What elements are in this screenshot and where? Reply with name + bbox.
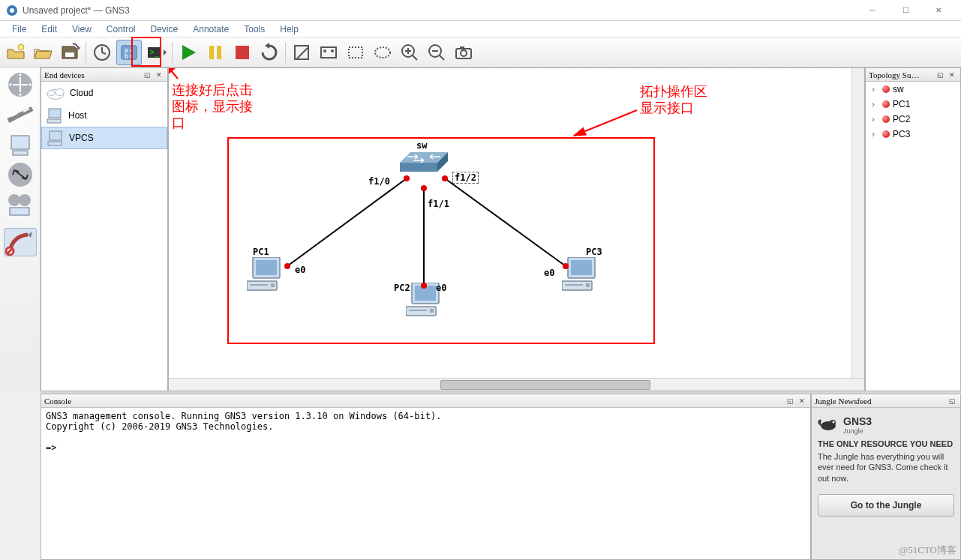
save-project-button[interactable] xyxy=(57,40,83,65)
link-endpoint-dot xyxy=(563,263,569,269)
show-labels-button[interactable] xyxy=(116,40,142,65)
screenshot-button[interactable] xyxy=(451,40,476,65)
insert-image-button[interactable] xyxy=(316,40,341,65)
node-sw-label: sw xyxy=(416,140,427,151)
close-button[interactable]: ✕ xyxy=(922,0,955,21)
menu-annotate[interactable]: Annotate xyxy=(185,22,236,36)
tree-item-sw[interactable]: ›sw xyxy=(866,82,960,97)
stop-all-button[interactable] xyxy=(230,40,255,65)
panel-title: Topology Su… xyxy=(869,70,919,79)
device-label: Host xyxy=(68,110,87,121)
bottom-dock: Console ◱ ✕ GNS3 management console. Run… xyxy=(41,391,961,560)
panel-close-button[interactable]: ✕ xyxy=(154,70,164,79)
zoom-in-button[interactable] xyxy=(397,40,422,65)
go-to-jungle-button[interactable]: Go to the Jungle xyxy=(818,494,954,517)
node-pc1-label: PC1 xyxy=(253,247,269,257)
all-devices-button[interactable] xyxy=(4,190,37,219)
panel-float-button[interactable]: ◱ xyxy=(935,70,945,79)
zoom-out-button[interactable] xyxy=(424,40,449,65)
port-label-pc3-e0: e0 xyxy=(544,268,554,278)
reload-all-button[interactable] xyxy=(257,40,282,65)
add-note-button[interactable] xyxy=(289,40,314,65)
newsfeed-panel: Jungle Newsfeed ◱ GNS3 Jungle THE ONLY R… xyxy=(811,394,961,560)
newsfeed-text: The Jungle has everything you will ever … xyxy=(818,451,954,484)
device-host[interactable]: Host xyxy=(41,104,167,127)
panel-title: Jungle Newsfeed xyxy=(815,397,871,406)
node-pc3-label: PC3 xyxy=(586,247,602,257)
status-dot-icon xyxy=(882,130,890,138)
minimize-button[interactable]: ─ xyxy=(856,0,889,21)
menu-bar: File Edit View Control Device Annotate T… xyxy=(0,21,961,37)
panel-close-button[interactable]: ✕ xyxy=(947,70,957,79)
link-endpoint-dot xyxy=(284,263,290,269)
status-dot-icon xyxy=(882,100,890,108)
main-toolbar xyxy=(0,37,961,67)
routers-button[interactable] xyxy=(4,70,37,99)
open-project-button[interactable] xyxy=(30,40,56,65)
draw-ellipse-button[interactable] xyxy=(370,40,395,65)
device-label: VPCS xyxy=(69,133,94,143)
draw-rectangle-button[interactable] xyxy=(343,40,368,65)
new-project-button[interactable] xyxy=(3,40,29,65)
switches-button[interactable] xyxy=(4,100,37,129)
port-label-f10: f1/0 xyxy=(368,176,390,187)
menu-view[interactable]: View xyxy=(65,22,99,36)
status-dot-icon xyxy=(882,115,890,123)
topology-summary-header: Topology Su… ◱ ✕ xyxy=(866,68,960,82)
console-header: Console ◱ ✕ xyxy=(41,394,810,408)
svg-line-48 xyxy=(574,110,637,136)
workspace-scrollbar-horizontal[interactable] xyxy=(169,378,864,391)
toolbar-separator xyxy=(285,42,286,63)
menu-device[interactable]: Device xyxy=(143,22,186,36)
tree-item-label: sw xyxy=(893,84,904,94)
node-pc1[interactable] xyxy=(247,257,286,292)
snapshot-button[interactable] xyxy=(89,40,115,65)
link-endpoint-dot xyxy=(421,283,427,289)
console-all-button[interactable] xyxy=(143,40,169,65)
port-label-f12: f1/2 xyxy=(452,172,479,184)
tree-item-label: PC2 xyxy=(893,114,910,124)
pause-all-button[interactable] xyxy=(203,40,228,65)
device-cloud[interactable]: Cloud xyxy=(41,82,167,104)
end-devices-button[interactable] xyxy=(4,130,37,159)
workspace-scrollbar-vertical[interactable] xyxy=(851,68,864,378)
menu-control[interactable]: Control xyxy=(99,22,143,36)
tree-item-pc1[interactable]: ›PC1 xyxy=(866,97,960,112)
main-area: End devices ◱ ✕ Cloud Host VPCS 连接好后点击 图… xyxy=(0,67,961,391)
menu-tools[interactable]: Tools xyxy=(236,22,272,36)
topology-summary-panel: Topology Su… ◱ ✕ ›sw ›PC1 ›PC2 ›PC3 xyxy=(865,67,961,391)
panel-title: End devices xyxy=(44,70,84,79)
menu-help[interactable]: Help xyxy=(272,22,306,36)
annotation-text-right: 拓扑操作区 显示接口 xyxy=(640,83,707,116)
console-output[interactable]: GNS3 management console. Running GNS3 ve… xyxy=(41,408,810,559)
svg-line-47 xyxy=(169,68,178,79)
panel-float-button[interactable]: ◱ xyxy=(142,70,152,79)
tree-item-pc3[interactable]: ›PC3 xyxy=(866,127,960,142)
maximize-button[interactable]: ☐ xyxy=(889,0,922,21)
workspace-panel: 连接好后点击 图标，显示接 口 拓扑操作区 显示接口 xyxy=(168,67,865,391)
device-label: Cloud xyxy=(70,88,93,98)
newsfeed-headline: THE ONLY RESOURCE YOU NEED xyxy=(818,439,954,448)
port-label-pc1-e0: e0 xyxy=(295,265,305,275)
node-sw[interactable] xyxy=(400,152,448,172)
topology-canvas[interactable]: 连接好后点击 图标，显示接 口 拓扑操作区 显示接口 xyxy=(169,68,851,378)
start-all-button[interactable] xyxy=(176,40,201,65)
security-devices-button[interactable] xyxy=(4,160,37,189)
title-bar: Unsaved project* — GNS3 ─ ☐ ✕ xyxy=(0,0,961,21)
panel-title: Console xyxy=(44,397,71,406)
newsfeed-brand: GNS3 xyxy=(843,415,872,427)
tree-item-pc2[interactable]: ›PC2 xyxy=(866,112,960,127)
panel-float-button[interactable]: ◱ xyxy=(785,397,795,406)
node-pc3[interactable] xyxy=(562,257,601,292)
toolbar-separator xyxy=(172,42,173,63)
panel-float-button[interactable]: ◱ xyxy=(947,397,957,406)
newsfeed-body: GNS3 Jungle THE ONLY RESOURCE YOU NEED T… xyxy=(812,408,960,559)
menu-edit[interactable]: Edit xyxy=(34,22,65,36)
link-endpoint-dot xyxy=(404,175,410,181)
panel-close-button[interactable]: ✕ xyxy=(797,397,807,406)
add-link-button[interactable] xyxy=(4,228,37,256)
device-toolbar xyxy=(0,67,41,391)
svg-point-46 xyxy=(10,8,14,13)
device-vpcs[interactable]: VPCS xyxy=(41,127,167,149)
menu-file[interactable]: File xyxy=(5,22,34,36)
